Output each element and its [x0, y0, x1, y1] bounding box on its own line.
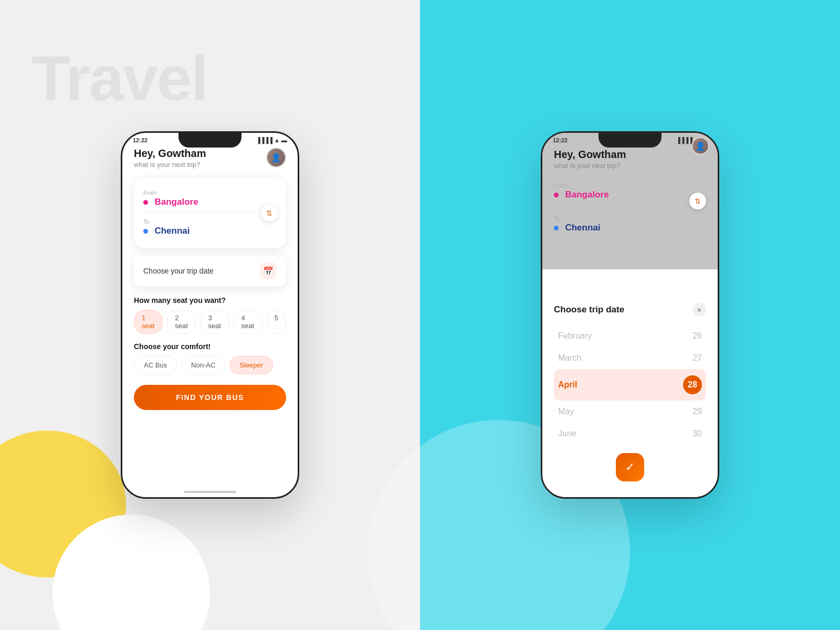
to-city-right: Chennai — [565, 223, 600, 233]
calendar-row-0[interactable]: February 26 — [554, 325, 706, 347]
cal-day-4: 30 — [692, 429, 702, 438]
signal-icon: ▐▐▐▐ — [256, 137, 272, 143]
calendar-title: Choose trip date — [554, 304, 624, 315]
to-item-left[interactable]: To Chennai — [143, 215, 277, 239]
calendar-row-2[interactable]: April 28 — [554, 369, 706, 401]
date-placeholder-left: Choose your trip date — [143, 267, 214, 275]
seat-5[interactable]: 5 — [267, 310, 286, 334]
time-left: 12:22 — [133, 137, 148, 143]
comfort-sleeper[interactable]: Sleeper — [229, 356, 273, 374]
left-phone: 12:22 ▐▐▐▐ ▲ ▬ Hey, Gowtham what is your… — [121, 131, 299, 499]
greeting-name-right: Hey, Gowtham — [554, 149, 706, 161]
from-city-right: Bangalore — [565, 190, 608, 200]
time-right: 12:22 — [553, 137, 568, 143]
from-city-left: Bangalore — [154, 197, 198, 207]
seats-label-left: How many seat you want? — [134, 296, 286, 304]
greeting-block-left: Hey, Gowtham what is your next trip? — [134, 148, 206, 169]
comfort-ac[interactable]: AC Bus — [134, 356, 177, 374]
phone-header-left: Hey, Gowtham what is your next trip? 👤 — [134, 148, 286, 169]
phone-notch — [178, 133, 242, 148]
battery-icon: ▬ — [281, 137, 287, 143]
to-dot-left — [143, 229, 148, 234]
avatar-left[interactable]: 👤 — [266, 148, 286, 167]
greeting-block-right: Hey, Gowtham what is your next trip? — [542, 145, 718, 173]
to-item-right[interactable]: To Chennai — [554, 212, 706, 236]
to-label-left: To — [143, 218, 277, 225]
cal-day-0: 26 — [692, 331, 702, 341]
avatar-img-left: 👤 — [267, 149, 285, 166]
seat-2[interactable]: 2 seat — [167, 310, 196, 334]
to-label-right: To — [554, 215, 706, 222]
cal-month-0: February — [558, 331, 592, 341]
cal-month-1: March — [558, 353, 581, 363]
home-indicator-left — [184, 491, 236, 493]
from-item-left[interactable]: From Bangalore — [143, 186, 277, 211]
gray-route-block: From Bangalore To Chennai ⇅ — [542, 173, 718, 243]
greeting-name-left: Hey, Gowtham — [134, 148, 206, 160]
from-dot-right — [554, 193, 559, 197]
calendar-row-1[interactable]: March 27 — [554, 347, 706, 369]
comfort-label-left: Choose your comfort! — [134, 342, 286, 351]
seat-4[interactable]: 4 seat — [234, 310, 262, 334]
seat-3[interactable]: 3 seat — [200, 310, 229, 334]
phone-content-left: Hey, Gowtham what is your next trip? 👤 F… — [122, 145, 298, 489]
signal-icon-right: ▐▐▐▐ — [676, 137, 692, 143]
cal-month-4: June — [558, 429, 576, 438]
calendar-header: Choose trip date × — [554, 303, 706, 317]
to-dot-right — [554, 226, 559, 230]
wifi-icon: ▲ — [274, 137, 280, 143]
seat-1[interactable]: 1 seat — [134, 310, 163, 334]
find-bus-button[interactable]: FIND YOUR BUS — [134, 385, 286, 410]
close-calendar-button[interactable]: × — [692, 303, 706, 317]
calendar-row-4[interactable]: June 30 — [554, 423, 706, 445]
swap-button-left[interactable]: ⇅ — [261, 205, 278, 222]
avatar-img-right: 👤 — [692, 138, 708, 154]
calendar-icon-left: 📅 — [260, 262, 277, 279]
greeting-sub-right: what is your next trip? — [554, 162, 706, 170]
confirm-date-button[interactable]: ✓ — [616, 453, 644, 481]
cal-day-1: 27 — [692, 353, 702, 363]
avatar-right[interactable]: 👤 — [691, 137, 709, 155]
route-card-left[interactable]: From Bangalore To Chennai ⇅ — [134, 178, 286, 248]
from-label-right: From — [554, 182, 706, 188]
greeting-sub-left: what is your next trip? — [134, 161, 206, 169]
from-label-left: From — [143, 190, 277, 196]
phone-notch-right — [598, 133, 662, 148]
to-city-left: Chennai — [154, 226, 190, 236]
right-phone: 12:22 ▐▐▐▐ ▲ ▬ 👤 Hey, Gowtham what is yo… — [541, 131, 719, 499]
route-divider-right — [554, 207, 706, 208]
comfort-options-left: AC Bus Non-AC Sleeper — [134, 356, 286, 374]
route-divider-left — [143, 213, 277, 213]
background-text: Travel — [32, 42, 207, 114]
date-picker-left[interactable]: Choose your trip date 📅 — [134, 255, 286, 287]
from-dot-left — [143, 200, 148, 205]
comfort-nonac[interactable]: Non-AC — [181, 356, 225, 374]
cal-month-3: May — [558, 407, 574, 416]
cal-day-3: 29 — [692, 407, 702, 416]
status-icons-left: ▐▐▐▐ ▲ ▬ — [256, 137, 287, 143]
cal-month-2: April — [558, 380, 577, 390]
calendar-row-3[interactable]: May 29 — [554, 401, 706, 423]
seat-options-left: 1 seat 2 seat 3 seat 4 seat 5 — [134, 310, 286, 334]
cal-day-2: 28 — [683, 375, 702, 394]
gray-bg-area: 12:22 ▐▐▐▐ ▲ ▬ 👤 Hey, Gowtham what is yo… — [542, 133, 718, 269]
calendar-sheet: Choose trip date × February 26 March 27 … — [542, 292, 718, 497]
swap-button-right[interactable]: ⇅ — [689, 193, 706, 209]
from-item-right[interactable]: From Bangalore — [554, 179, 706, 203]
